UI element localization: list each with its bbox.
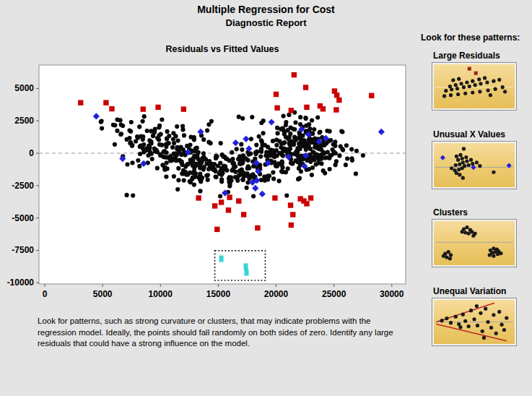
thumbnail-label-clusters: Clusters [433,207,468,218]
residual-point [281,126,285,130]
residual-point [249,137,253,141]
plot-title: Residuals vs Fitted Values [39,44,406,54]
residual-point [111,123,115,127]
thumb-dot [477,77,481,81]
thumb-dot [467,163,471,167]
residual-point [267,173,271,178]
residual-point [350,158,354,163]
residual-point [315,115,320,119]
large-residual-point [274,106,279,111]
residual-point [302,139,306,144]
large-residual-point [241,212,246,217]
residual-point [202,165,206,169]
residual-point [344,163,348,167]
residual-point [155,166,160,171]
residual-point [174,151,178,155]
thumb-dot [448,257,452,260]
residual-point [250,115,254,119]
thumb-dot [497,310,501,314]
thumb-dot [462,85,466,89]
residual-point [259,138,263,142]
thumb-dot [496,252,500,256]
residual-point [291,126,295,131]
residual-point [304,116,308,121]
residual-point [200,176,204,180]
x-tick-label: 25000 [322,289,346,299]
large-residual-point [289,223,294,228]
thumb-dot [456,92,460,96]
residual-point [299,169,303,173]
thumb-dot [492,171,495,174]
thumb-dot [468,85,471,88]
residual-point [141,119,145,124]
thumb-dot [488,253,492,257]
residual-point [137,124,141,129]
large-residual-point [255,225,260,231]
residual-point [344,143,349,147]
residual-point [175,124,179,129]
residual-point [170,156,175,160]
thumb-dot [454,315,458,319]
residual-point [134,139,138,143]
thumb-dot [469,158,473,162]
residual-point [224,168,229,173]
report-title: Multiple Regression for Cost [0,4,532,15]
residual-point [181,147,186,152]
residual-point [275,164,279,168]
thumb-dot [503,90,507,93]
residual-point [151,134,155,138]
residual-point [164,145,168,149]
large-residual-point [292,72,297,77]
thumb-dot [461,157,464,160]
residual-point [328,154,332,158]
residual-point [204,173,209,178]
large-residual-point [274,92,279,97]
residual-point [310,132,315,136]
residual-point [164,174,168,178]
thumb-dot [492,254,495,258]
large-residual-point [290,212,295,217]
residual-point [298,115,302,119]
residual-point [276,131,280,135]
residual-point [354,149,359,153]
residual-point [185,144,189,148]
residual-point [192,135,196,139]
residual-point [290,161,295,165]
residual-point [182,133,186,137]
residual-point [207,159,212,163]
residual-point [165,160,169,165]
large-residual-point [196,195,201,200]
thumb-dot [455,171,458,175]
large-residual-point [336,98,341,103]
residual-point [282,146,286,150]
residual-point [295,160,300,164]
residual-point [354,171,358,176]
thumb-dot [492,313,495,317]
x-tick-label: 30000 [380,289,404,299]
residual-point [176,178,180,182]
residual-point [220,171,224,176]
thumb-dot [474,83,477,87]
residual-point [235,147,239,151]
thumb-dot [450,166,453,170]
residual-point [157,137,161,142]
residual-point [160,117,164,121]
residual-point [321,168,326,173]
thumb-dot [482,336,486,340]
residual-point [157,142,162,147]
residual-point [272,160,276,164]
thumb-dot [465,159,468,163]
thumb-dot [475,160,479,164]
thumb-dot [489,93,492,97]
residual-point [284,194,289,198]
large-residual-point [155,105,160,110]
residual-point [175,187,180,191]
large-residual-point [272,195,277,200]
residual-point [308,158,313,162]
y-tick-label: -10000 [7,277,35,288]
variation-bound-line [436,303,494,322]
thumb-dot [461,313,465,317]
thumb-dot [458,173,461,176]
thumb-dot [481,330,484,333]
thumb-dot [479,311,482,315]
